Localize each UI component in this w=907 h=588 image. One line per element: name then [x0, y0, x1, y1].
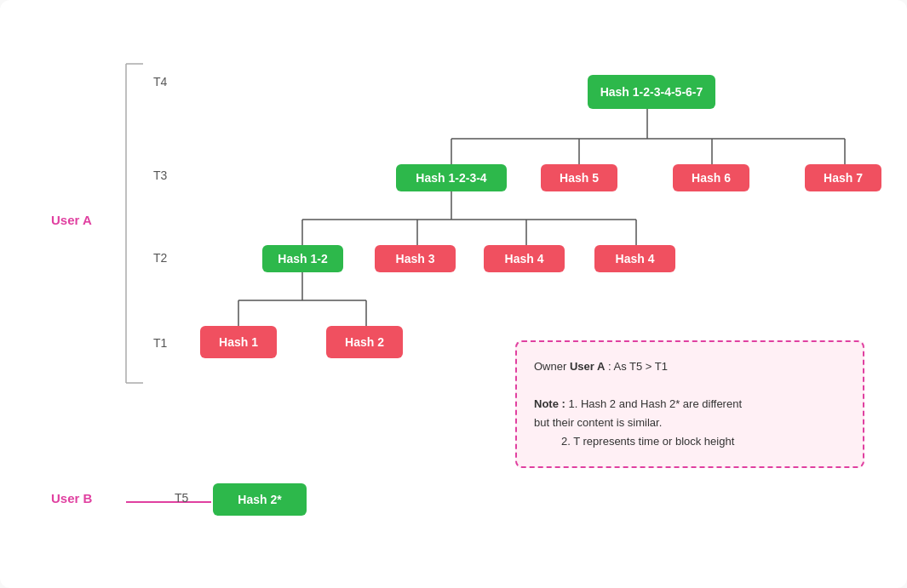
node-hash2: Hash 2: [326, 326, 403, 358]
node-hash5: Hash 5: [541, 164, 617, 191]
main-canvas: T4 T3 T2 T1 T5 User A User B Hash 1-2-3-…: [0, 0, 907, 588]
note-owner: Owner User A : As T5 > T1: [534, 357, 846, 376]
node-hash7: Hash 7: [805, 164, 881, 191]
note-content: Note : 1. Hash 2 and Hash 2* are differe…: [534, 395, 846, 451]
tree-lines: [0, 0, 907, 588]
node-hash4a: Hash 4: [484, 245, 565, 272]
level-t3: T3: [153, 168, 167, 182]
node-hash4b: Hash 4: [594, 245, 675, 272]
user-b-label: User B: [51, 491, 92, 505]
user-a-label: User A: [51, 213, 92, 227]
node-hash1234: Hash 1-2-3-4: [396, 164, 507, 191]
node-hash2star: Hash 2*: [213, 483, 307, 516]
level-t4: T4: [153, 75, 167, 88]
level-t5: T5: [175, 491, 188, 505]
node-hash12: Hash 1-2: [262, 245, 343, 272]
level-t2: T2: [153, 251, 167, 265]
node-hash1: Hash 1: [200, 326, 277, 358]
node-hash6: Hash 6: [673, 164, 749, 191]
level-t1: T1: [153, 336, 167, 350]
note-box: Owner User A : As T5 > T1 Note : 1. Hash…: [515, 340, 864, 468]
node-hash3: Hash 3: [375, 245, 456, 272]
node-hash1234567: Hash 1-2-3-4-5-6-7: [588, 75, 715, 109]
